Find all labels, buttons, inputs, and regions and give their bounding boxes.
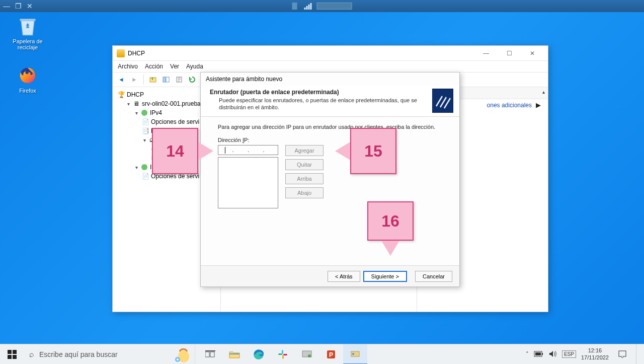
vm-title-bar: — ❐ ✕ [0, 0, 644, 12]
signal-icon [304, 3, 312, 10]
ipv6-icon [141, 164, 148, 171]
toolbar-refresh-button[interactable] [187, 74, 198, 85]
folder-icon: 📄 [142, 173, 149, 180]
svg-point-7 [141, 110, 147, 116]
taskbar: ⌕ Escribe aquí para buscar P ˄ ESP 12:16… [0, 344, 644, 364]
svg-rect-33 [535, 352, 541, 355]
svg-rect-24 [283, 354, 287, 355]
ip-address-listbox[interactable] [218, 157, 278, 208]
chevron-right-icon: ▶ [536, 101, 541, 109]
svg-rect-19 [229, 353, 239, 354]
taskbar-server-manager[interactable] [295, 344, 319, 365]
search-icon: ⌕ [29, 350, 34, 359]
tray-battery-icon[interactable] [534, 351, 544, 358]
remove-button[interactable]: Quitar [285, 159, 324, 170]
svg-rect-3 [166, 77, 169, 82]
search-placeholder-text: Escribe aquí para buscar [39, 350, 118, 358]
taskbar-dhcp[interactable] [343, 344, 367, 365]
toolbar-forward-button[interactable]: ► [129, 74, 140, 85]
toolbar-show-hide-button[interactable] [160, 74, 172, 85]
dhcp-titlebar[interactable]: DHCP — ☐ ✕ [113, 46, 548, 61]
svg-point-8 [141, 164, 147, 170]
wizard-footer: < Atrás Siguiente > Cancelar [201, 265, 459, 286]
minimize-icon[interactable]: — [3, 2, 10, 10]
taskbar-search[interactable]: ⌕ Escribe aquí para buscar [24, 344, 195, 365]
svg-rect-10 [13, 350, 17, 354]
recycle-bin-label: Papelera de reciclaje [8, 38, 48, 50]
recycle-bin-icon [18, 16, 38, 36]
wizard-subheading: Puede especificar los enrutadores, o pue… [210, 97, 432, 111]
annotation-15-arrow-icon [335, 142, 350, 160]
menu-action[interactable]: Acción [145, 63, 163, 70]
task-view-button[interactable] [198, 344, 222, 365]
svg-rect-2 [163, 77, 166, 82]
taskbar-slack[interactable] [271, 344, 295, 365]
dhcp-title: DHCP [128, 50, 145, 57]
wizard-title[interactable]: Asistente para ámbito nuevo [201, 72, 459, 86]
annotation-16-arrow-icon [381, 241, 399, 256]
toolbar-back-button[interactable]: ◄ [116, 74, 127, 85]
dhcp-root-icon: 🏆 [118, 91, 125, 98]
cortana-icon [172, 345, 192, 363]
menu-view[interactable]: Ver [170, 63, 179, 70]
taskbar-clock[interactable]: 12:16 17/11/2022 [581, 347, 609, 360]
start-button[interactable] [0, 344, 24, 365]
svg-text:P: P [329, 351, 333, 358]
taskbar-edge[interactable] [247, 344, 271, 365]
window-maximize-button[interactable]: ☐ [498, 46, 521, 60]
recycle-bin-shortcut[interactable]: Papelera de reciclaje [8, 16, 48, 50]
annotation-15: 15 [350, 128, 396, 174]
policies-icon: 📑 [142, 127, 149, 134]
tray-chevron-up-icon[interactable]: ˄ [526, 351, 529, 357]
collapse-icon[interactable]: ▴ [542, 89, 545, 95]
move-up-button[interactable]: Arriba [285, 173, 324, 184]
new-scope-wizard-dialog: Asistente para ámbito nuevo Enrutador (p… [200, 72, 460, 287]
svg-rect-32 [542, 353, 543, 355]
menu-file[interactable]: Archivo [118, 63, 138, 70]
window-close-button[interactable]: ✕ [521, 46, 544, 60]
ipv4-icon [141, 109, 148, 116]
menu-help[interactable]: Ayuda [186, 63, 203, 70]
tray-volume-icon[interactable] [549, 350, 557, 358]
svg-rect-21 [282, 350, 283, 354]
window-minimize-button[interactable]: — [474, 46, 498, 60]
svg-rect-16 [205, 352, 209, 357]
svg-point-15 [177, 358, 179, 360]
taskbar-explorer[interactable] [222, 344, 247, 365]
annotation-14-arrow-icon [198, 142, 213, 160]
close-icon[interactable]: ✕ [27, 2, 33, 10]
notifications-button[interactable] [614, 344, 631, 365]
annotation-16: 16 [367, 201, 414, 241]
svg-rect-12 [13, 355, 17, 359]
more-actions-link[interactable]: ones adicionales ▶ [487, 101, 541, 109]
wizard-header: Enrutador (puerta de enlace predetermina… [201, 86, 459, 117]
tray-language-text[interactable]: ESP [562, 350, 576, 358]
add-button[interactable]: Agregar [285, 145, 324, 156]
move-down-button[interactable]: Abajo [285, 187, 324, 198]
svg-rect-11 [8, 355, 12, 359]
cancel-button[interactable]: Cancelar [415, 271, 452, 282]
annotation-14: 14 [152, 128, 198, 174]
toolbar-up-button[interactable] [147, 74, 158, 85]
firefox-shortcut[interactable]: Firefox [8, 65, 48, 94]
maximize-icon[interactable]: ❐ [15, 2, 22, 10]
dhcp-menubar: Archivo Acción Ver Ayuda [113, 61, 548, 72]
firefox-icon [18, 65, 38, 86]
grip-icon[interactable] [292, 3, 297, 10]
back-button[interactable]: < Atrás [328, 271, 360, 282]
svg-point-30 [352, 353, 354, 355]
dhcp-app-icon [117, 49, 125, 57]
svg-point-26 [308, 354, 311, 357]
svg-rect-9 [8, 350, 12, 354]
ip-address-input[interactable]: ... [218, 145, 278, 155]
svg-rect-34 [619, 351, 626, 356]
show-desktop-button[interactable] [636, 344, 640, 365]
svg-rect-17 [210, 352, 214, 357]
taskbar-powerpoint[interactable]: P [319, 344, 343, 365]
next-button[interactable]: Siguiente > [363, 271, 407, 282]
svg-rect-22 [278, 353, 282, 355]
folder-icon: 📄 [142, 118, 149, 125]
wizard-instruction: Para agregar una dirección IP para un en… [218, 124, 442, 130]
toolbar-export-button[interactable] [174, 74, 185, 85]
server-icon: 🖥 [133, 100, 140, 107]
